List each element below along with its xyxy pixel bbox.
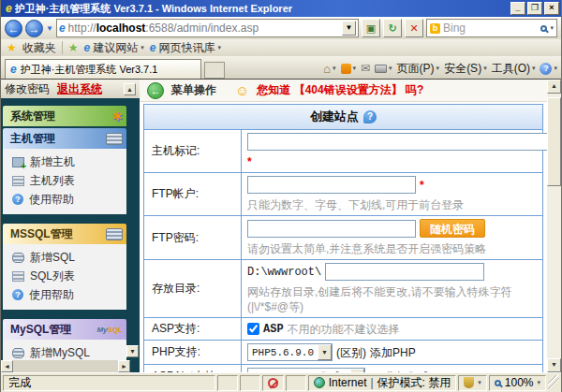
tab-huweishen[interactable]: e 护卫神·主机管理系统 Ver3.7.1 [5,59,201,79]
ftp-account-input[interactable] [247,176,416,194]
php-version-select[interactable]: PHP5.6.9.0 ▼ [247,343,333,361]
favorites-label[interactable]: 收藏夹 [22,40,56,56]
feeds-button[interactable]: ▾ [341,64,357,74]
sidebar-section-host[interactable]: 主机管理 [3,128,126,149]
sidebar-item-add-sql[interactable]: 新增SQL [12,248,126,267]
suggested-sites-button[interactable]: e 建议网站 ▾ [84,40,144,56]
ie-icon: e [6,2,12,15]
printer-icon [375,65,387,73]
scrollbar-corner [130,360,140,372]
sidebar-item-sql-list[interactable]: SQL列表 [12,267,126,285]
scrollbar-thumb[interactable] [547,97,561,186]
safety-menu-button[interactable]: 安全(S)▾ [444,61,487,77]
sidebar-item-sql-help[interactable]: ?使用帮助 [12,285,126,304]
address-input[interactable]: e http://localhost:6588/admin/index.asp … [56,19,359,37]
form-title: 创建站点 [310,109,359,125]
page-menu-button[interactable]: 页面(P)▾ [397,61,440,77]
search-box[interactable]: b Bing ▾ [426,19,557,37]
restore-button[interactable]: ❐ [527,2,542,15]
sidebar-scroll-down-button[interactable]: ▼ [126,345,139,357]
url-text[interactable]: http://localhost:6588/admin/index.asp [68,22,342,35]
php-diff-link[interactable]: (区别) [336,345,366,360]
rss-icon [341,64,351,74]
back-arrow-button[interactable]: ← [147,82,164,99]
sidebar-item-host-list[interactable]: 主机列表 [12,171,126,190]
refresh-button[interactable]: ↻ [383,19,402,37]
minimize-button[interactable]: _ [510,2,525,15]
help-balloon-icon[interactable]: ? [363,110,377,123]
scroll-up-button[interactable]: ▲ [547,80,561,94]
help-icon: ? [540,63,552,75]
protected-mode-button[interactable]: ▾ [458,375,487,391]
close-button[interactable]: × [544,2,559,15]
zoom-control[interactable]: 100%▾ [489,375,546,391]
status-cell [240,375,260,391]
storage-dir-input[interactable] [325,263,484,281]
favorites-star-icon[interactable]: ★ [7,41,17,54]
web-slices-button[interactable]: e 网页快讯库 ▾ [150,40,221,56]
stop-button[interactable]: ✕ [405,19,423,37]
field-label: ASP.Net支持: [144,365,242,372]
sidebar-section-system[interactable]: 系统管理 ✱ [3,106,126,126]
tip-404-link[interactable]: 您知道 【404错误设置方法】 吗? [257,82,423,98]
scroll-down-button[interactable]: ▼ [547,358,561,372]
chevron-down-icon: ▼ [318,344,332,360]
search-icon[interactable] [540,25,547,32]
command-bar: ⌂▾ ▾ ✉ ▾ 页面(P)▾ 安全(S)▾ 工具(O)▾ ?▾ [225,58,557,79]
vertical-scrollbar[interactable]: ▲ ▼ [547,80,561,372]
logout-link[interactable]: 退出系统 [57,81,102,97]
add-php-link[interactable]: 添加PHP [370,345,416,360]
scroll-right-button[interactable]: ► [118,360,130,372]
sidebar-horizontal-scrollbar[interactable]: ◄ ► [1,360,140,372]
mail-button[interactable]: ✉ [361,62,370,75]
sidebar-scroll-up-button[interactable]: ▲ [124,83,136,95]
field-label: 主机标记: [144,130,242,172]
change-password-link[interactable]: 修改密码 [5,81,50,97]
help-button[interactable]: ?▾ [540,63,557,75]
gear-icon: ✱ [112,109,123,123]
ftp-password-input[interactable] [247,220,416,238]
field-hint: 网站存放目录,创建后将不能更改,请不要输入特殊字符(|\/*$#@等) [247,284,537,314]
history-dropdown-icon[interactable]: ▼ [46,24,53,33]
asp-checkbox[interactable] [247,323,259,335]
section-title: 主机管理 [10,131,55,147]
sidebar-section-mysql[interactable]: MySQL管理 MySQL [3,319,126,340]
host-tag-input[interactable] [247,133,547,151]
row-storage-dir: 存放目录: D:\wwwroot\ 网站存放目录,创建后将不能更改,请不要输入特… [144,259,542,317]
scroll-left-button[interactable]: ◄ [1,360,13,372]
form-header: 创建站点 ? [144,105,542,129]
help-icon: ? [12,194,23,205]
random-password-button[interactable]: 随机密码 [420,219,485,238]
status-bar: 完成 Internet | 保护模式: 禁用 ▾ 100%▾ [1,372,561,392]
status-cell [217,375,238,391]
search-dropdown-icon[interactable]: ▾ [550,24,554,32]
web-slices-icon: e [150,41,156,54]
path-prefix: D:\wwwroot\ [247,265,321,280]
new-tab-button[interactable] [204,62,225,79]
server-icon [106,133,123,145]
forward-button[interactable]: → [25,20,43,37]
search-input[interactable]: Bing [443,22,538,35]
favorites-bar: ★ 收藏夹 ★ e 建议网站 ▾ e 网页快讯库 ▾ [1,39,561,56]
sidebar-item-host-help[interactable]: ?使用帮助 [12,190,126,209]
required-mark: * [247,154,252,169]
compatibility-view-button[interactable]: ▣ [362,19,380,37]
home-button[interactable]: ⌂▾ [323,62,335,76]
scrollbar-track[interactable] [13,360,118,372]
sidebar-menu: 系统管理 ✱ 主机管理 新增主机 主机列表 ?使用帮助 MSSQL管理 [1,98,140,360]
tools-menu-button[interactable]: 工具(O)▾ [492,61,536,77]
scrollbar-track[interactable] [547,94,561,358]
menu-operations-label[interactable]: 菜单操作 [171,82,216,98]
resize-grip[interactable] [548,375,559,391]
menu-toolbar: ← 菜单操作 ☺ 您知道 【404错误设置方法】 吗? [140,80,547,102]
back-button[interactable]: ← [5,20,22,37]
security-zone[interactable]: Internet | 保护模式: 禁用 [308,375,457,391]
add-favorite-icon[interactable]: ★ [68,41,79,54]
sidebar-section-mssql[interactable]: MSSQL管理 [3,224,126,244]
sidebar-item-add-mysql[interactable]: 新增MySQL [12,343,126,360]
sidebar-item-add-host[interactable]: 新增主机 [12,152,126,171]
print-button[interactable]: ▾ [375,65,392,73]
address-dropdown-button[interactable]: ▼ [342,21,356,36]
list-icon [12,176,24,186]
popup-blocked-indicator[interactable] [262,375,284,391]
